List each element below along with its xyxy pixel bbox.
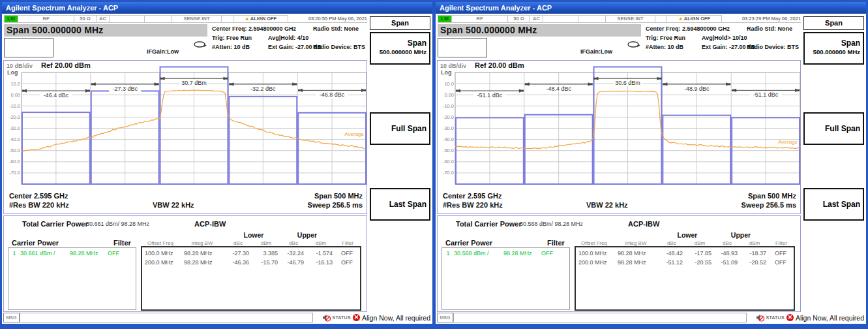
svg-text:0.00: 0.00 <box>10 92 20 98</box>
carrier-power-header: Carrier Power <box>445 239 492 247</box>
annunciator-bar: LXI RF 50 Ω AC SENSE:INT ▲ALIGN OFF 03:2… <box>438 15 801 24</box>
softkey-span-value: 500.000000 MHz <box>371 48 427 55</box>
sweep-label: Sweep 256.5 ms <box>308 201 363 209</box>
softkey-full-span[interactable]: Full Span <box>803 112 864 145</box>
active-function-readout[interactable]: Span 500.000000 MHz <box>4 24 207 37</box>
align-off-warning: ▲ALIGN OFF <box>233 15 288 23</box>
warning-icon: ▲ <box>678 16 683 22</box>
svg-text:-50.0: -50.0 <box>443 148 454 153</box>
measurement-mode-label: ACP-IBW <box>628 220 659 228</box>
annotation-box <box>4 38 53 57</box>
col-header: Integ BW <box>614 240 658 246</box>
offset-results-table: 100.0 MHz 98.28 MHz -48.42 -17.85 -48.93… <box>575 246 795 311</box>
radio-std-readout: Radio Std: None <box>747 25 792 32</box>
softkey-span[interactable]: Span 500.000000 MHz <box>370 32 430 65</box>
carrier-index: 1 <box>8 250 20 257</box>
lower-dbm: -20.55 <box>685 259 714 266</box>
atten-readout: #Atten: 10 dB <box>212 44 250 50</box>
total-carrier-power-value: 30.661 dBm/ 98.28 MHz <box>86 221 149 227</box>
col-header: dBm <box>307 240 335 246</box>
vbw-label: VBW 22 kHz <box>153 201 194 209</box>
integ-bw: 98.28 MHz <box>614 259 658 266</box>
continuous-sweep-icon <box>626 40 640 48</box>
svg-text:-48.4 dBc: -48.4 dBc <box>546 86 571 92</box>
upper-dbm: -18.37 <box>740 250 769 257</box>
mute-speaker-icon <box>756 313 764 322</box>
lxi-badge: LXI <box>4 15 18 23</box>
annunciator-coupling: AC <box>97 15 110 23</box>
align-now-message: Align Now, All required <box>362 314 430 322</box>
svg-text:Average: Average <box>344 131 364 137</box>
results-window: Total Carrier Power 30.661 dBm/ 98.28 MH… <box>3 215 367 312</box>
col-header: Filter <box>335 240 360 246</box>
status-label: STATUS <box>766 315 785 320</box>
svg-text:-32.2 dBc: -32.2 dBc <box>250 86 276 92</box>
results-window: Total Carrier Power 30.568 dBm/ 98.28 MH… <box>437 215 801 312</box>
offset-table-headers: Offset Freq Integ BW dBc dBm dBc dBm Fil… <box>575 240 794 246</box>
table-row: 200.0 MHz 98.28 MHz -51.12 -20.55 -51.09… <box>576 257 794 266</box>
svg-text:10.0: 10.0 <box>10 81 20 87</box>
upper-dbc: -48.93 <box>714 250 740 257</box>
res-bw-label: #Res BW 220 kHz <box>443 201 503 209</box>
spectrum-window: 10.00.00-10.0-20.0-30.0-40.0-50.0-60.0-7… <box>3 60 367 214</box>
upper-dbc: -46.79 <box>280 259 307 266</box>
annunciator-blank <box>655 15 667 23</box>
svg-text:-50.0: -50.0 <box>9 148 20 153</box>
annunciator-blank <box>578 15 606 23</box>
svg-text:-30.0: -30.0 <box>9 125 20 131</box>
svg-text:-70.0: -70.0 <box>9 170 20 176</box>
scale-label: 10 dB/div <box>440 63 466 69</box>
filter-value: OFF <box>769 259 792 266</box>
active-function-readout[interactable]: Span 500.000000 MHz <box>438 24 641 37</box>
carrier-bw-value: 98.28 MHz <box>503 250 541 257</box>
ref-level-label: Ref 20.00 dBm <box>41 61 91 69</box>
res-bw-label: #Res BW 220 kHz <box>9 201 69 209</box>
softkey-span-value: 500.000000 MHz <box>805 48 860 55</box>
radio-device-readout: Radio Device: BTS <box>313 44 365 50</box>
svg-text:-10.0: -10.0 <box>9 103 20 109</box>
offset-freq: 100.0 MHz <box>576 250 614 257</box>
svg-text:Average: Average <box>778 139 798 145</box>
error-icon: ✕ <box>786 314 794 321</box>
col-header: dBm <box>252 240 280 246</box>
integ-bw: 98.28 MHz <box>180 250 224 257</box>
table-row: 200.0 MHz 98.28 MHz -46.36 -15.70 -46.79… <box>142 257 360 266</box>
carrier-power-value: 30.568 dBm / <box>454 250 503 257</box>
softkey-span[interactable]: Span 500.000000 MHz <box>803 32 864 65</box>
align-off-warning: ▲ALIGN OFF <box>667 15 722 23</box>
align-off-label: ALIGN OFF <box>250 16 277 22</box>
table-row: 100.0 MHz 98.28 MHz -48.42 -17.85 -48.93… <box>576 247 794 257</box>
radio-std-readout: Radio Std: None <box>313 25 359 32</box>
total-carrier-power-label: Total Carrier Power <box>22 220 88 228</box>
avg-hold-readout: Avg|Hold: 4/10 <box>268 35 308 41</box>
sweep-settings-row: Center 2.595 GHz Span 500 MHz #Res BW 22… <box>4 189 367 213</box>
status-group: STATUS ✕ Align Now, All required <box>322 313 430 322</box>
carrier-power-header: Carrier Power <box>12 239 59 247</box>
msg-label: MSG <box>3 313 20 322</box>
upper-group-header: Upper <box>280 231 334 239</box>
softkey-last-span[interactable]: Last Span <box>803 188 864 221</box>
softkey-menu-title: Span <box>370 16 430 30</box>
softkey-last-span[interactable]: Last Span <box>370 188 430 221</box>
ifgain-label: IFGain:Low <box>580 48 612 55</box>
annotation-box <box>438 38 487 57</box>
spectrum-chart: 10.00.00-10.0-20.0-30.0-40.0-50.0-60.0-7… <box>438 61 801 189</box>
analyzer-panel: Agilent Spectrum Analyzer - ACP LXI RF 5… <box>2 2 432 324</box>
trigger-readout: Trig: Free Run <box>212 35 252 41</box>
timestamp: 03:23:29 PM May 06, 2021 <box>722 15 801 23</box>
annunciator-impedance: 50 Ω <box>74 15 97 23</box>
lower-dbc: -48.42 <box>658 250 685 257</box>
carrier-index: 1 <box>442 250 454 257</box>
svg-text:-40.0: -40.0 <box>443 136 454 142</box>
vbw-label: VBW 22 kHz <box>586 201 628 209</box>
annunciator-rf: RF <box>18 15 74 23</box>
lower-dbm: -17.85 <box>685 250 714 257</box>
svg-text:-46.4 dBc: -46.4 dBc <box>44 92 69 99</box>
svg-text:-51.1 dBc: -51.1 dBc <box>753 91 779 98</box>
filter-header: Filter <box>547 239 565 247</box>
settings-block: Span 500.000000 MHz IFGain:Low Center Fr… <box>436 24 801 59</box>
softkey-full-span[interactable]: Full Span <box>370 112 430 145</box>
span-label: Span 500 MHz <box>748 192 796 200</box>
center-freq-readout: Center Freq: 2.594800000 GHz <box>212 25 296 32</box>
trigger-readout: Trig: Free Run <box>646 35 685 41</box>
